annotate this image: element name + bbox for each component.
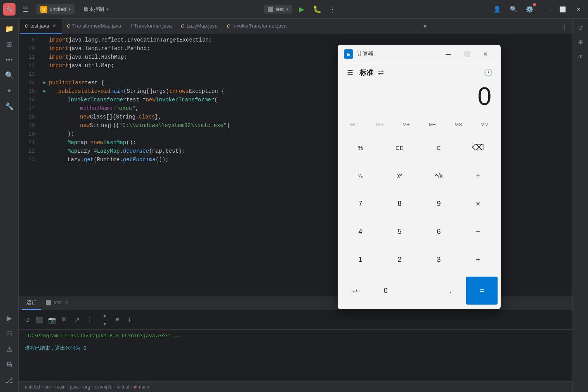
right-sidebar-icon-m[interactable]: m [574,50,587,62]
right-sidebar-icon-history[interactable]: ↺ [574,22,587,34]
maximize-button[interactable]: ⬜ [556,3,569,16]
calc-btn-4[interactable]: 4 [341,218,380,246]
calc-btn-6[interactable]: 6 [419,218,458,246]
sidebar-item-search[interactable]: 🔍 [2,68,16,82]
settings-button[interactable]: ⚙️ [524,3,536,16]
minimize-button[interactable]: — [540,3,552,16]
sidebar-item-terminal[interactable]: ⊟ [2,327,16,341]
sidebar-item-more[interactable]: ••• [2,53,16,67]
tab-invokertransformer[interactable]: C InvokerTransformer.java [222,19,291,34]
sidebar-item-problems[interactable]: ⚠ [2,342,16,356]
run-indicator-15[interactable]: ▶ [42,88,48,94]
screenshot-button[interactable]: 📷 [47,314,57,325]
calc-btn-1[interactable]: 1 [341,246,380,274]
calc-minimize-button[interactable]: — [439,48,457,60]
bc-example[interactable]: example [95,384,112,390]
calc-header: ☰ 标准 ⇌ 🕐 [338,63,501,82]
bottom-tab-test-close[interactable]: ✕ [64,300,69,305]
calc-btn-sqrt[interactable]: ²√x [419,162,458,190]
bc-main[interactable]: main [56,384,66,390]
tab-test-java[interactable]: C test.java ✕ [20,19,62,34]
close-button[interactable]: ✕ [572,3,585,16]
calc-btn-reciprocal[interactable]: ¹∕ₓ [341,162,380,190]
calc-btn-3[interactable]: 3 [419,246,458,274]
calc-btn-add[interactable]: + [458,246,498,274]
calc-btn-subtract[interactable]: − [458,218,498,246]
scroll-up-button[interactable]: ▲ [99,312,110,319]
calc-mem-ms[interactable]: MS [445,118,471,131]
sidebar-item-print[interactable]: 🖶 [2,358,16,372]
bottom-tab-run[interactable]: 运行 [22,296,41,310]
bc-untitled[interactable]: untitled [25,384,40,390]
calc-mode: 标准 [359,68,373,77]
calc-mem-mr[interactable]: MR [367,118,393,131]
tab-close-test-java[interactable]: ✕ [51,23,57,29]
calc-btn-5[interactable]: 5 [380,218,419,246]
tab-more-button[interactable]: ▾ [420,23,430,30]
bc-org[interactable]: org [83,384,90,390]
calc-btn-backspace[interactable]: ⌫ [458,134,498,162]
run-configuration[interactable]: test ▾ [264,5,292,14]
calc-btn-multiply[interactable]: × [458,190,498,218]
calc-btn-0[interactable]: 0 [372,277,435,305]
calc-menu-icon[interactable]: ☰ [344,66,356,79]
rerun-button[interactable]: ↺ [22,314,33,325]
calc-mem-mminus[interactable]: M− [419,118,445,131]
sort-button[interactable]: ↧ [124,314,135,325]
calc-btn-8[interactable]: 8 [380,190,419,218]
bc-test[interactable]: test [122,384,129,390]
tab-settings-button[interactable]: ⋮ [559,23,571,30]
bc-main2[interactable]: main [139,384,149,390]
calc-btn-ce[interactable]: CE [380,134,419,162]
tab-lazymap[interactable]: C LazyMap.java [176,19,222,34]
more-button[interactable]: ⋮ [84,314,95,325]
step2-button[interactable]: ↗ [71,314,82,325]
calc-history-icon[interactable]: 🕐 [482,66,494,79]
bc-src[interactable]: src [45,384,51,390]
calc-btn-equals[interactable]: = [466,277,498,305]
tab-transformedmap[interactable]: C TransformedMap.java [62,19,126,34]
tab-label-test-java: test.java [30,23,49,29]
sidebar-item-folder[interactable]: 📁 [2,22,16,36]
bottom-tab-run-label: 运行 [26,299,36,306]
run-button[interactable]: ▶ [295,3,308,16]
bottom-toolbar: ↺ ⬛ 📷 ⎘ ↗ ⋮ ▲ ▼ ≡ ↧ [19,310,572,330]
calc-btn-2[interactable]: 2 [380,246,419,274]
project-selector[interactable]: U untitled ▾ [36,4,75,14]
calc-btn-c[interactable]: C [419,134,458,162]
hamburger-menu[interactable]: ☰ [19,3,32,16]
calc-btn-percent[interactable]: % [341,134,380,162]
sidebar-item-structure[interactable]: ⊞ [2,37,16,51]
sidebar-item-git[interactable]: ✦ [2,84,16,98]
tab-transformer[interactable]: I Transformer.java [126,19,176,34]
calc-btn-decimal[interactable]: . [435,277,466,305]
calc-btn-9[interactable]: 9 [419,190,458,218]
calc-btn-divide[interactable]: ÷ [458,162,498,190]
sidebar-item-tools[interactable]: 🔧 [2,99,16,113]
bottom-tab-test[interactable]: test ✕ [41,296,74,310]
sidebar-item-run[interactable]: ▶ [2,311,16,325]
more-actions-button[interactable]: ⋮ [326,3,339,16]
right-sidebar-icon-plugins[interactable]: ⊕ [574,36,587,48]
bc-java[interactable]: java [70,384,79,390]
sidebar-item-vcs2[interactable]: ⎇ [2,373,16,387]
calc-btn-square[interactable]: x² [380,162,419,190]
collab-button[interactable]: 👤 [491,3,503,16]
scroll-down-button[interactable]: ▼ [99,320,110,328]
run-indicator-14[interactable]: ▶ [42,80,48,86]
calc-btn-7[interactable]: 7 [341,190,380,218]
debug-button[interactable]: 🐛 [311,3,323,16]
calc-mem-mv[interactable]: M∨ [472,118,498,131]
filter-button[interactable]: ≡ [112,314,123,325]
calc-mode-icon[interactable]: ⇌ [378,68,384,77]
stop-button[interactable]: ⬛ [34,314,45,325]
calc-mem-mc[interactable]: MC [341,118,367,131]
calc-close-button[interactable]: ✕ [477,48,494,60]
calc-btn-plusminus[interactable]: +/− [341,277,372,305]
calc-title: 计算器 [357,51,439,57]
calc-mem-mplus[interactable]: M+ [393,118,419,131]
calc-maximize-button[interactable]: ⬜ [458,48,476,60]
step-button[interactable]: ⎘ [59,314,70,325]
search-button[interactable]: 🔍 [507,3,520,16]
vcs-control[interactable]: 版本控制 ▾ [81,4,112,14]
